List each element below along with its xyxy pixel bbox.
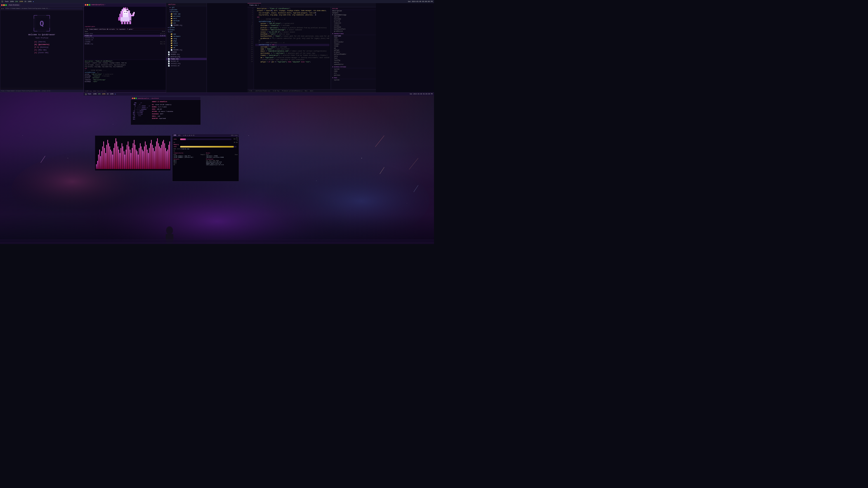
outline-dotfilesdir[interactable]: dotfilesDir <box>331 41 376 43</box>
tree-item-readme-root[interactable]: 📄 README.org <box>166 53 207 56</box>
tree-item-patches[interactable]: ▶ patches <box>166 8 207 11</box>
viz-bar-49 <box>146 145 147 169</box>
outline-name[interactable]: name <box>331 37 376 39</box>
fm-file-listing[interactable]: Name Size flake.lock 27.5 K flake.nix 2.… <box>84 31 166 60</box>
ln-23: 23 <box>248 51 254 53</box>
outline-profile[interactable]: profile <box>331 20 376 22</box>
tree-item-install-org[interactable]: 📄 install.org <box>166 62 207 65</box>
editor-tab-flake[interactable]: flake.nix × <box>248 3 261 7</box>
fm-file-row-4[interactable]: LICENSE 34.2 K <box>84 41 166 43</box>
tree-item-style[interactable]: 📁 style <box>166 44 207 46</box>
outline-theme[interactable]: theme <box>331 45 376 47</box>
code-line-21: userSettings = rec { <box>255 44 329 46</box>
outline-systemsettings[interactable]: ▼ systemSettings <box>331 14 376 16</box>
tree-item-app[interactable]: 📁 app <box>166 33 207 35</box>
qute-link-quickmarks[interactable]: [b] [Quickmarks] <box>34 43 49 46</box>
outline-hostname[interactable]: hostname <box>331 18 376 20</box>
distro-close-dot[interactable] <box>132 98 133 99</box>
tree-item-personal[interactable]: 📁 personal <box>166 15 207 18</box>
outline-pkgs-system[interactable]: system <box>331 79 376 81</box>
distro-uptime-row: UPTIME: 21 hours 7 minutes <box>152 110 173 113</box>
nav-back-icon[interactable]: ◀ <box>1 8 2 9</box>
qute-link-search[interactable]: [o] [Search] <box>34 41 49 43</box>
fm-file-row-2[interactable]: install.org <box>84 37 166 39</box>
outline-email[interactable]: email <box>331 39 376 41</box>
tree-item-desktop[interactable]: 🖼 desktop.png <box>166 56 207 58</box>
outline-themes[interactable]: themes <box>331 43 376 45</box>
tree-item-flake[interactable]: 📄 flake.nix <box>166 58 207 60</box>
close-button-dot[interactable] <box>1 4 3 6</box>
outline-grubdevice[interactable]: grubDevice <box>331 30 376 32</box>
fm-close-dot[interactable] <box>85 4 86 6</box>
outline-username[interactable]: username <box>331 35 376 37</box>
viz-bar-38 <box>135 145 135 169</box>
tree-item-lang[interactable]: 📁 lang <box>166 37 207 40</box>
outline-nixpkgs-src[interactable]: src <box>331 72 376 74</box>
outline-timezone[interactable]: timezone <box>331 22 376 24</box>
outline-bootmountpath[interactable]: bootMountPath <box>331 28 376 30</box>
qute-link-history[interactable]: [S h] [History] <box>34 46 49 49</box>
viz-bar-57 <box>154 151 155 169</box>
qute-link-new-tab[interactable]: [t] [New tab] <box>34 49 49 52</box>
outline-nixpkgs-patches[interactable]: patches <box>331 74 376 76</box>
outline-system[interactable]: system <box>331 16 376 18</box>
tree-item-work[interactable]: 📁 work <box>166 18 207 20</box>
qute-link-close[interactable]: [x] [Close tab] <box>34 52 49 54</box>
outline-description[interactable]: description <box>331 10 376 12</box>
minimize-button-dot[interactable] <box>3 4 5 6</box>
tree-item-homelab[interactable]: 📁 home lab <box>166 13 207 15</box>
outline-wm[interactable]: wm <box>331 47 376 49</box>
viz-bar-58 <box>155 147 156 169</box>
outline-editor[interactable]: editor <box>331 61 376 64</box>
viz-bar-16 <box>112 155 113 169</box>
tree-item-shell[interactable]: 📁 shell <box>166 42 207 44</box>
tree-item-user[interactable]: ▼ user <box>166 31 207 33</box>
nav-url[interactable]: file:///home/emmet/.browser/Tech/config/… <box>4 7 83 9</box>
tree-item-worklab[interactable]: 📁 worklab <box>166 20 207 22</box>
qute-tab[interactable]: Tech Profile <box>8 4 20 6</box>
outline-nixpkgs-name[interactable]: name <box>331 70 376 72</box>
tree-item-pkgs[interactable]: 📁 pkgs <box>166 40 207 42</box>
distro-max-dot[interactable] <box>135 98 137 99</box>
code-line-18: }; <box>255 39 329 41</box>
viz-bar-43 <box>140 143 141 169</box>
fm-max-dot[interactable] <box>89 4 90 6</box>
tree-item-system[interactable]: ▶ system <box>166 26 207 29</box>
tree-item-git[interactable]: ▶ .git <box>166 6 207 8</box>
fm-file-row-0[interactable]: flake.lock 27.5 K <box>84 33 166 35</box>
tree-item-readme-profiles[interactable]: 📄 README.org <box>166 24 207 26</box>
tree-item-readme-user[interactable]: 📄 README.org <box>166 49 207 51</box>
maximize-button-dot[interactable] <box>5 4 7 6</box>
viz-bar-0 <box>96 164 97 169</box>
outline-locale[interactable]: locale <box>331 24 376 26</box>
outline-browser[interactable]: browser <box>331 51 376 53</box>
outline-font[interactable]: font <box>331 57 376 59</box>
outline-spaweditor[interactable]: spawnEditor <box>331 64 376 66</box>
tree-item-themes[interactable]: ▶ themes <box>166 29 207 31</box>
fm-minimize-dot[interactable] <box>87 4 88 6</box>
tree-item-profiles[interactable]: ▼ profiles <box>166 11 207 13</box>
svg-rect-62 <box>133 12 135 14</box>
nav-forward-icon[interactable]: ▶ <box>3 8 4 9</box>
tree-item-harden[interactable]: 📄 harden.sh <box>166 60 207 62</box>
outline-outputs[interactable]: outputs <box>331 12 376 14</box>
ln-12: 12 <box>248 29 254 31</box>
outline-term[interactable]: term <box>331 55 376 57</box>
fm-file-row-1[interactable]: flake.nix 2.24 K <box>84 35 166 37</box>
outline-panel: Outline description outputs ▼ systemSett… <box>331 7 376 89</box>
sysmon-mem-0s: 0s <box>174 150 175 152</box>
outline-defaultroamdir[interactable]: defaultRoamDir <box>331 53 376 55</box>
outline-bootmode[interactable]: bootMode <box>331 26 376 28</box>
fm-file-row-5[interactable]: README.org 40.2 K <box>84 43 166 45</box>
distro-min-dot[interactable] <box>133 98 135 99</box>
fm-file-row-3[interactable]: install.sh <box>84 39 166 41</box>
outline-fontpkg[interactable]: fontPkg <box>331 59 376 61</box>
code-text-area[interactable]: description = "Flake of LibrePhoenix"; o… <box>254 7 331 89</box>
tree-item-license[interactable]: 📄 LICENSE <box>166 51 207 53</box>
outline-wmtype[interactable]: wmType <box>331 49 376 51</box>
tree-item-hardware[interactable]: 📁 hardware <box>166 35 207 37</box>
tree-item-wm-dir[interactable]: 📁 wm <box>166 46 207 49</box>
tree-item-wsl[interactable]: 📁 wsl <box>166 22 207 24</box>
tree-item-install-sh[interactable]: 📄 install.sh <box>166 65 207 67</box>
outline-nixpkgs-system[interactable]: system <box>331 68 376 70</box>
